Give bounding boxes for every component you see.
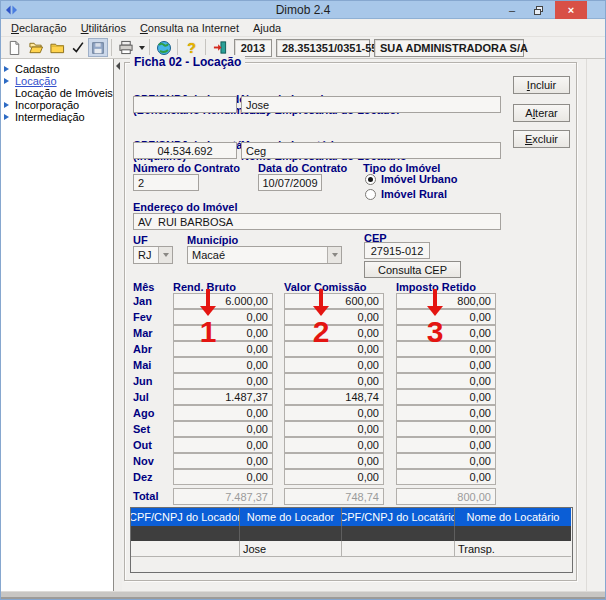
imposto-retido-input-mar[interactable]: 0,00 — [396, 325, 496, 341]
menu-declaracao[interactable]: Declaração — [4, 21, 74, 35]
incluir-button[interactable]: Incluir — [513, 76, 570, 94]
rend-bruto-input-nov[interactable]: 0,00 — [173, 453, 273, 469]
locatario-nome-input[interactable]: Ceg — [241, 142, 501, 159]
grid-cell[interactable] — [131, 526, 240, 541]
valor-comissao-column-header: Valor Comissão — [284, 281, 367, 293]
restore-button[interactable] — [527, 1, 549, 19]
grid-cell[interactable]: Jose — [240, 541, 342, 557]
splitter-collapse-icon — [116, 62, 120, 70]
endereco-input[interactable]: AV RUI BARBOSA — [133, 213, 501, 230]
sidebar-item-label: Intermediação — [15, 111, 85, 123]
grid-cell[interactable] — [240, 526, 342, 541]
rend-bruto-input-ago[interactable]: 0,00 — [173, 405, 273, 421]
valor-comissao-input-jul[interactable]: 148,74 — [284, 389, 384, 405]
imposto-retido-input-ago[interactable]: 0,00 — [396, 405, 496, 421]
month-label: Jul — [133, 391, 149, 403]
grid-row-1-selected[interactable] — [131, 526, 572, 541]
open-folder-icon[interactable] — [25, 38, 46, 58]
month-row-nov: Nov0,000,000,00 — [133, 453, 570, 469]
rend-bruto-input-jan[interactable]: 6.000,00 — [173, 293, 273, 309]
rend-bruto-input-jul[interactable]: 1.487,37 — [173, 389, 273, 405]
grid-cell[interactable] — [455, 526, 571, 541]
check-icon[interactable] — [67, 38, 88, 58]
sidebar-item-locacao-de-imoveis[interactable]: Locação de Imóveis — [1, 87, 113, 99]
grid-cell[interactable]: Transp. — [455, 541, 571, 557]
rend-bruto-input-out[interactable]: 0,00 — [173, 437, 273, 453]
grid-row-2[interactable]: JoseTransp. — [131, 541, 572, 557]
rend-bruto-input-abr[interactable]: 0,00 — [173, 341, 273, 357]
valor-comissao-input-jun[interactable]: 0,00 — [284, 373, 384, 389]
total-valor-comissao: 748,74 — [284, 488, 384, 505]
cep-input[interactable]: 27915-012 — [364, 242, 430, 259]
valor-comissao-input-out[interactable]: 0,00 — [284, 437, 384, 453]
valor-comissao-input-jan[interactable]: 600,00 — [284, 293, 384, 309]
rend-bruto-input-mai[interactable]: 0,00 — [173, 357, 273, 373]
valor-comissao-input-dez[interactable]: 0,00 — [284, 469, 384, 485]
save-icon — [88, 38, 108, 57]
radio-imovel-urbano[interactable]: Imóvel Urbano — [365, 173, 457, 185]
month-row-jan: Jan6.000,00600,00800,00 — [133, 293, 570, 309]
close-button[interactable]: × — [555, 1, 587, 19]
app-window: Dimob 2.4 – × Declaração Utilitários Con… — [0, 0, 606, 600]
rend-bruto-input-fev[interactable]: 0,00 — [173, 309, 273, 325]
imposto-retido-input-jan[interactable]: 800,00 — [396, 293, 496, 309]
uf-select[interactable]: RJ — [133, 246, 173, 264]
contrato-numero-input[interactable]: 2 — [133, 174, 199, 191]
locatario-cpf-input[interactable]: 04.534.692 — [133, 142, 237, 159]
imposto-retido-input-out[interactable]: 0,00 — [396, 437, 496, 453]
rend-bruto-input-dez[interactable]: 0,00 — [173, 469, 273, 485]
valor-comissao-input-set[interactable]: 0,00 — [284, 421, 384, 437]
valor-comissao-input-mai[interactable]: 0,00 — [284, 357, 384, 373]
radio-label: Imóvel Urbano — [381, 173, 457, 185]
imposto-retido-input-nov[interactable]: 0,00 — [396, 453, 496, 469]
imposto-retido-input-mai[interactable]: 0,00 — [396, 357, 496, 373]
imposto-retido-input-abr[interactable]: 0,00 — [396, 341, 496, 357]
close-declaration-folder-icon[interactable] — [46, 38, 67, 58]
contrato-data-input[interactable]: 10/07/2009 — [258, 174, 322, 191]
panel-edge — [586, 59, 587, 591]
imposto-retido-input-jun[interactable]: 0,00 — [396, 373, 496, 389]
month-label: Mai — [133, 359, 151, 371]
valor-comissao-input-abr[interactable]: 0,00 — [284, 341, 384, 357]
menu-ajuda[interactable]: Ajuda — [246, 21, 288, 35]
menu-bar: Declaração Utilitários Consulta na Inter… — [1, 20, 605, 36]
sidebar-item-locacao[interactable]: Locação — [1, 75, 113, 87]
grid-cell[interactable] — [342, 541, 455, 557]
alterar-button[interactable]: Alterar — [513, 104, 570, 122]
imposto-retido-input-jul[interactable]: 0,00 — [396, 389, 496, 405]
month-row-jun: Jun0,000,000,00 — [133, 373, 570, 389]
imposto-retido-input-fev[interactable]: 0,00 — [396, 309, 496, 325]
sidebar-item-intermediacao[interactable]: Intermediação — [1, 111, 113, 123]
imposto-retido-input-dez[interactable]: 0,00 — [396, 469, 496, 485]
sidebar-item-cadastro[interactable]: Cadastro — [1, 63, 113, 75]
imposto-retido-input-set[interactable]: 0,00 — [396, 421, 496, 437]
uf-value: RJ — [134, 249, 158, 261]
rend-bruto-input-jun[interactable]: 0,00 — [173, 373, 273, 389]
grid-cell[interactable] — [342, 526, 455, 541]
menu-consulta-internet[interactable]: Consulta na Internet — [133, 21, 246, 35]
panel-splitter[interactable] — [115, 59, 122, 591]
municipio-select[interactable]: Macaé — [187, 246, 342, 264]
valor-comissao-input-fev[interactable]: 0,00 — [284, 309, 384, 325]
valor-comissao-input-ago[interactable]: 0,00 — [284, 405, 384, 421]
radio-imovel-rural[interactable]: Imóvel Rural — [365, 188, 447, 200]
excluir-button[interactable]: Excluir — [513, 130, 570, 148]
valor-comissao-input-nov[interactable]: 0,00 — [284, 453, 384, 469]
chevron-down-icon[interactable] — [158, 247, 172, 263]
locador-cpf-input[interactable] — [133, 96, 237, 113]
grid-cell[interactable] — [131, 541, 240, 557]
toolbar-separator — [177, 39, 178, 56]
rend-bruto-input-mar[interactable]: 0,00 — [173, 325, 273, 341]
rend-bruto-input-set[interactable]: 0,00 — [173, 421, 273, 437]
valor-comissao-input-mar[interactable]: 0,00 — [284, 325, 384, 341]
title-bar: Dimob 2.4 – × — [1, 1, 605, 19]
new-document-icon[interactable] — [4, 38, 25, 58]
year-field: 2013 — [234, 39, 272, 57]
minimize-button[interactable]: – — [501, 1, 523, 19]
sidebar-item-incorporacao[interactable]: Incorporação — [1, 99, 113, 111]
consulta-cep-button[interactable]: Consulta CEP — [364, 261, 461, 278]
chevron-down-icon[interactable] — [327, 247, 341, 263]
menu-utilitarios[interactable]: Utilitários — [74, 21, 133, 35]
locador-nome-input[interactable]: Jose — [241, 96, 501, 113]
tree-arrow-icon — [4, 102, 15, 108]
